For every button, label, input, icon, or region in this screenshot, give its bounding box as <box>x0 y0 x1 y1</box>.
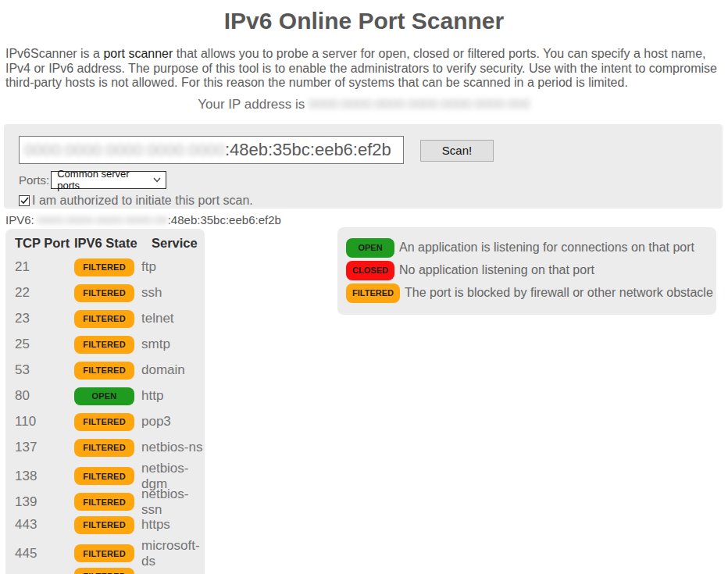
ports-select[interactable]: Common server ports <box>51 171 166 189</box>
scan-button[interactable]: Scan! <box>420 140 494 162</box>
service-name: netbios-ns <box>141 440 205 455</box>
service-name: https <box>141 517 205 533</box>
port-number: 21 <box>15 259 74 275</box>
legend-state-badge: FILTERED <box>346 283 400 303</box>
table-row: 445FILTEREDmicrosoft-ds <box>5 538 205 564</box>
service-name: microsoft-ds <box>141 538 205 569</box>
table-row: 21FILTEREDftp <box>5 255 205 280</box>
service-name: http <box>141 388 205 404</box>
status-legend: OPENAn application is listening for conn… <box>337 227 716 315</box>
state-badge: FILTERED <box>74 310 134 328</box>
port-scanner-link[interactable]: port scanner <box>103 47 173 60</box>
service-name: pop3 <box>141 414 205 430</box>
port-number: 23 <box>15 311 74 326</box>
port-number: 139 <box>15 494 74 510</box>
table-row: 80OPENhttp <box>5 383 205 409</box>
ports-label: Ports: <box>19 173 49 187</box>
host-address-visible: :48eb:35bc:eeb6:ef2b <box>225 140 391 160</box>
state-badge: FILTERED <box>74 568 134 574</box>
table-row: 53FILTEREDdomain <box>5 358 205 383</box>
table-row: 110FILTEREDpop3 <box>5 409 205 435</box>
scanned-ipv6-line: IPV6: 0000:0000:0000:0000:00:48eb:35bc:e… <box>5 213 728 226</box>
legend-description: The port is blocked by firewall or other… <box>405 286 713 300</box>
service-name: telnet <box>141 311 205 326</box>
state-badge: FILTERED <box>74 516 134 534</box>
state-badge: FILTERED <box>74 258 134 276</box>
page-title: IPv6 Online Port Scanner <box>0 8 728 34</box>
service-name: domain <box>141 362 205 378</box>
header-ipv6-state: IPV6 State <box>74 236 141 251</box>
table-row: 25FILTEREDsmtp <box>5 332 205 358</box>
authorized-checkbox-label: I am authorized to initiate this port sc… <box>32 194 253 208</box>
header-service: Service <box>141 236 205 251</box>
your-ip-label: Your IP address is <box>198 97 305 112</box>
port-number: 110 <box>15 414 74 430</box>
port-number: 22 <box>15 285 74 301</box>
scan-form-panel: 0000:0000:0000:0000:0000:48eb:35bc:eeb6:… <box>4 124 723 209</box>
state-badge: FILTERED <box>74 439 134 457</box>
table-row: 137FILTEREDnetbios-ns <box>5 435 205 461</box>
authorized-checkbox[interactable] <box>19 195 30 206</box>
legend-item: OPENAn application is listening for conn… <box>346 237 716 259</box>
port-number: 445 <box>15 546 74 562</box>
legend-description: No application listening on that port <box>399 263 594 277</box>
legend-state-badge: OPEN <box>346 238 394 258</box>
state-badge: FILTERED <box>74 284 134 302</box>
table-row: 23FILTEREDtelnet <box>5 306 205 332</box>
state-badge: FILTERED <box>74 467 134 485</box>
port-number: 137 <box>15 440 74 455</box>
legend-state-badge: CLOSED <box>346 261 394 280</box>
scanned-ipv6-label: IPV6: <box>5 213 34 226</box>
port-number: 443 <box>15 517 74 533</box>
legend-description: An application is listening for connecti… <box>399 241 694 255</box>
table-row: 139FILTEREDnetbios-ssn <box>5 487 205 512</box>
state-badge: FILTERED <box>74 544 134 562</box>
scanned-ipv6-visible: :48eb:35bc:eeb6:ef2b <box>168 213 281 226</box>
port-number: 53 <box>15 362 74 378</box>
state-badge: OPEN <box>74 387 134 405</box>
header-tcp-port: TCP Port <box>15 236 74 251</box>
chevron-down-icon <box>153 177 161 183</box>
legend-item: FILTEREDThe port is blocked by firewall … <box>346 282 716 305</box>
port-number: 25 <box>15 337 74 352</box>
ports-select-value: Common server ports <box>57 168 153 191</box>
service-name: ftp <box>141 259 205 275</box>
port-results-table: TCP Port IPV6 State Service 21FILTEREDft… <box>5 229 205 574</box>
table-row: 138FILTEREDnetbios-dgm <box>5 461 205 487</box>
table-header-row: TCP Port IPV6 State Service <box>5 229 205 255</box>
host-address-input[interactable]: 0000:0000:0000:0000:0000:48eb:35bc:eeb6:… <box>19 136 404 164</box>
host-address-redacted: 0000:0000:0000:0000:0000 <box>24 141 225 159</box>
port-table-body: 21FILTEREDftp22FILTEREDssh23FILTEREDteln… <box>5 255 205 574</box>
checkmark-icon <box>20 197 29 205</box>
port-number: 138 <box>15 469 74 484</box>
legend-item: CLOSEDNo application listening on that p… <box>346 259 716 282</box>
state-badge: FILTERED <box>74 336 134 354</box>
your-ip-redacted-value: 0000:0000:0000:0000:0000:0000:000 <box>309 97 530 112</box>
your-ip-line: Your IP address is 0000:0000:0000:0000:0… <box>0 97 728 112</box>
service-name: smtp <box>141 337 205 352</box>
table-row: 22FILTEREDssh <box>5 280 205 306</box>
state-badge: FILTERED <box>74 493 134 511</box>
service-name: ssh <box>141 285 205 301</box>
state-badge: FILTERED <box>74 413 134 431</box>
service-name: netbios-ssn <box>141 487 205 518</box>
intro-paragraph: IPv6Scanner is a port scanner that allow… <box>5 47 722 91</box>
intro-text-before: IPv6Scanner is a <box>5 47 103 60</box>
scanned-ipv6-redacted: 0000:0000:0000:0000:00 <box>37 213 168 226</box>
state-badge: FILTERED <box>74 362 134 380</box>
port-number: 80 <box>15 388 74 404</box>
